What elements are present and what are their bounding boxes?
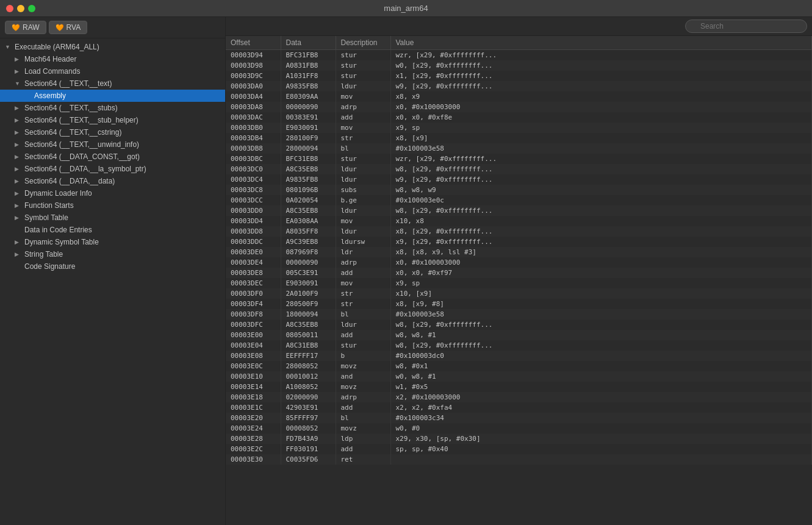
table-row[interactable]: 00003D98A0831FB8sturw0, [x29, #0xfffffff… <box>226 60 812 71</box>
sidebar-item-section64-stub-helper[interactable]: ▶Section64 (__TEXT,__stub_helper) <box>0 114 225 126</box>
cell-offset: 00003DE0 <box>226 247 281 257</box>
sidebar-item-section64-got[interactable]: ▶Section64 (__DATA_CONST,__got) <box>0 151 225 163</box>
rva-tab-button[interactable]: 🧡 RVA <box>49 21 88 34</box>
cell-data: 00000090 <box>281 102 336 112</box>
table-row[interactable]: 00003E1C42903E91addx2, x2, #0xfa4 <box>226 402 812 413</box>
table-row[interactable]: 00003D94BFC31FB8sturwzr, [x29, #0xffffff… <box>226 50 812 61</box>
sidebar-item-label: Symbol Table <box>24 213 68 222</box>
table-row[interactable]: 00003E08EEFFFF17b#0x100003dc0 <box>226 351 812 361</box>
table-row[interactable]: 00003DD8A8035FF8ldurx8, [x29, #0xfffffff… <box>226 226 812 237</box>
table-row[interactable]: 00003DFCA8C35EB8ldurw8, [x29, #0xfffffff… <box>226 320 812 330</box>
table-row[interactable]: 00003DF818000094bl#0x100003e58 <box>226 309 812 320</box>
sidebar-item-section64-cstring[interactable]: ▶Section64 (__TEXT,__cstring) <box>0 126 225 138</box>
cell-offset: 00003DC4 <box>226 174 281 185</box>
cell-value: x9, sp <box>390 123 812 133</box>
sidebar-item-section64-la-symbol[interactable]: ▶Section64 (__DATA,__la_symbol_ptr) <box>0 163 225 175</box>
sidebar-item-section64-unwind-info[interactable]: ▶Section64 (__TEXT,__unwind_info) <box>0 138 225 151</box>
cell-description: bl <box>336 143 390 154</box>
table-row[interactable]: 00003D9CA1031FF8sturx1, [x29, #0xfffffff… <box>226 71 812 81</box>
sidebar-item-code-signature[interactable]: Code Signature <box>0 260 225 273</box>
table-row[interactable]: 00003DECE9030091movx9, sp <box>226 278 812 288</box>
cell-value: x8, [x8, x9, lsl #3] <box>390 247 812 257</box>
table-row[interactable]: 00003E2400008052movzw0, #0 <box>226 423 812 434</box>
cell-description: ldur <box>336 81 390 91</box>
sidebar-item-executable[interactable]: ▼Executable (ARM64_ALL) <box>0 41 225 53</box>
table-row[interactable]: 00003E28FD7B43A9ldpx29, x30, [sp, #0x30] <box>226 434 812 444</box>
table-row[interactable]: 00003DA800000090adrpx0, #0x100003000 <box>226 102 812 112</box>
col-desc-header: Description <box>336 36 390 50</box>
table-row[interactable]: 00003E0008050011addw8, w8, #1 <box>226 330 812 340</box>
table-row[interactable]: 00003DD0A8C35EB8ldurw8, [x29, #0xfffffff… <box>226 205 812 216</box>
table-row[interactable]: 00003DF02A0100F9strx10, [x9] <box>226 288 812 299</box>
table-row[interactable]: 00003E14A1008052movzw1, #0x5 <box>226 382 812 392</box>
sidebar-item-load-commands[interactable]: ▶Load Commands <box>0 65 225 77</box>
cell-offset: 00003DCC <box>226 195 281 205</box>
chevron-icon: ▶ <box>15 202 22 209</box>
sidebar-item-assembly[interactable]: Assembly <box>0 90 225 102</box>
table-row[interactable]: 00003DE0087969F8ldrx8, [x8, x9, lsl #3] <box>226 247 812 257</box>
table-row[interactable]: 00003DC0A8C35EB8ldurw8, [x29, #0xfffffff… <box>226 164 812 174</box>
raw-tab-button[interactable]: 🧡 RAW <box>5 21 46 34</box>
table-row[interactable]: 00003DDCA9C39EB8ldurswx9, [x29, #0xfffff… <box>226 237 812 247</box>
cell-data: 0801096B <box>281 185 336 195</box>
sidebar-item-dynamic-loader-info[interactable]: ▶Dynamic Loader Info <box>0 187 225 199</box>
table-row[interactable]: 00003E1000010012andw0, w8, #1 <box>226 371 812 382</box>
table-row[interactable]: 00003DB0E9030091movx9, sp <box>226 123 812 133</box>
cell-value: #0x100003c34 <box>390 413 812 423</box>
sidebar-item-label: Executable (ARM64_ALL) <box>15 43 99 51</box>
sidebar-item-data-in-code[interactable]: Data in Code Entries <box>0 224 225 236</box>
sidebar-item-string-table[interactable]: ▶String Table <box>0 248 225 260</box>
sidebar-item-section64-stubs[interactable]: ▶Section64 (__TEXT,__stubs) <box>0 102 225 114</box>
search-input[interactable] <box>685 20 807 33</box>
table-row[interactable]: 00003DE8005C3E91addx0, x0, #0xf97 <box>226 268 812 278</box>
table-row[interactable]: 00003DC4A9835FB8ldurw9, [x29, #0xfffffff… <box>226 174 812 185</box>
cell-data: 00000090 <box>281 257 336 268</box>
cell-value: w8, [x29, #0xffffffff... <box>390 205 812 216</box>
cell-value: x8, [x9, #8] <box>390 299 812 309</box>
sidebar-toolbar: 🧡 RAW 🧡 RVA <box>0 17 225 38</box>
sidebar-item-symbol-table[interactable]: ▶Symbol Table <box>0 212 225 224</box>
table-row[interactable]: 00003DB828000094bl#0x100003e58 <box>226 143 812 154</box>
table-row[interactable]: 00003DBCBFC31EB8sturwzr, [x29, #0xffffff… <box>226 154 812 164</box>
table-row[interactable]: 00003DE400000090adrpx0, #0x100003000 <box>226 257 812 268</box>
sidebar-item-section64-text[interactable]: ▼Section64 (__TEXT,__text) <box>0 77 225 90</box>
cell-value: w8, #0x1 <box>390 361 812 371</box>
cell-offset: 00003D98 <box>226 60 281 71</box>
cell-description: and <box>336 371 390 382</box>
table-row[interactable]: 00003DCC0A020054b.ge#0x100003e0c <box>226 195 812 205</box>
table-row[interactable]: 00003DAC00383E91addx0, x0, #0xf8e <box>226 112 812 123</box>
table-row[interactable]: 00003DA4E80309AAmovx8, x9 <box>226 91 812 102</box>
table-row[interactable]: 00003E2CFF030191addsp, sp, #0x40 <box>226 444 812 454</box>
table-row[interactable]: 00003E04A8C31EB8sturw8, [x29, #0xfffffff… <box>226 340 812 351</box>
cell-description: movz <box>336 423 390 434</box>
cell-description: b.ge <box>336 195 390 205</box>
cell-offset: 00003D94 <box>226 50 281 61</box>
table-row[interactable]: 00003DD4EA0308AAmovx10, x8 <box>226 216 812 226</box>
cell-value: x1, [x29, #0xffffffff... <box>390 71 812 81</box>
sidebar-item-mach64-header[interactable]: ▶Mach64 Header <box>0 53 225 65</box>
sidebar-item-label: Code Signature <box>24 262 75 271</box>
maximize-button[interactable] <box>28 5 35 12</box>
cell-offset: 00003DE8 <box>226 268 281 278</box>
sidebar-item-label: Section64 (__DATA,__data) <box>24 177 115 185</box>
cell-description: stur <box>336 50 390 61</box>
close-button[interactable] <box>6 5 13 12</box>
table-row[interactable]: 00003E0C28008052movzw8, #0x1 <box>226 361 812 371</box>
cell-value: x8, [x9] <box>390 133 812 143</box>
table-row[interactable]: 00003E1802000090adrpx2, #0x100003000 <box>226 392 812 402</box>
sidebar-item-label: Section64 (__TEXT,__stubs) <box>24 104 118 112</box>
cell-value: x2, x2, #0xfa4 <box>390 402 812 413</box>
cell-data: 42903E91 <box>281 402 336 413</box>
table-row[interactable]: 00003DF4280500F9strx8, [x9, #8] <box>226 299 812 309</box>
table-row[interactable]: 00003DA0A9835FB8ldurw9, [x29, #0xfffffff… <box>226 81 812 91</box>
cell-data: 280100F9 <box>281 133 336 143</box>
minimize-button[interactable] <box>17 5 24 12</box>
sidebar-item-dynamic-symbol-table[interactable]: ▶Dynamic Symbol Table <box>0 236 225 248</box>
table-row[interactable]: 00003DB4280100F9strx8, [x9] <box>226 133 812 143</box>
cell-data: 0A020054 <box>281 195 336 205</box>
sidebar-item-section64-data[interactable]: ▶Section64 (__DATA,__data) <box>0 175 225 187</box>
sidebar-item-function-starts[interactable]: ▶Function Starts <box>0 199 225 212</box>
table-row[interactable]: 00003E2085FFFF97bl#0x100003c34 <box>226 413 812 423</box>
table-row[interactable]: 00003E30C0035FD6ret <box>226 454 812 465</box>
table-row[interactable]: 00003DC80801096Bsubsw8, w8, w9 <box>226 185 812 195</box>
